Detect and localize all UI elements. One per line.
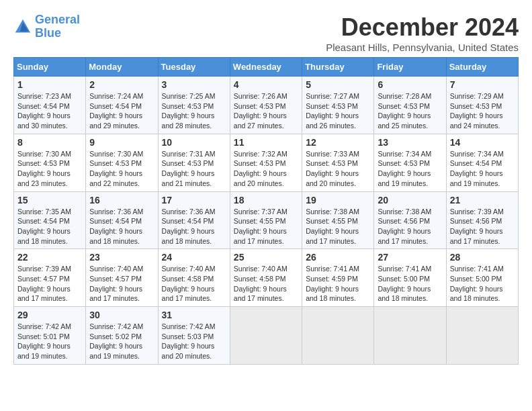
day-info: Sunrise: 7:39 AM Sunset: 4:57 PM Dayligh… bbox=[17, 264, 82, 304]
day-info: Sunrise: 7:35 AM Sunset: 4:54 PM Dayligh… bbox=[17, 207, 82, 246]
calendar-cell: 3Sunrise: 7:25 AM Sunset: 4:53 PM Daylig… bbox=[158, 77, 230, 134]
calendar-cell bbox=[302, 307, 374, 365]
calendar-cell: 23Sunrise: 7:40 AM Sunset: 4:57 PM Dayli… bbox=[86, 249, 158, 307]
day-info: Sunrise: 7:40 AM Sunset: 4:58 PM Dayligh… bbox=[234, 264, 298, 304]
calendar-cell: 26Sunrise: 7:41 AM Sunset: 4:59 PM Dayli… bbox=[302, 249, 374, 307]
day-info: Sunrise: 7:24 AM Sunset: 4:54 PM Dayligh… bbox=[89, 91, 154, 131]
day-number: 24 bbox=[162, 252, 226, 263]
calendar-cell: 20Sunrise: 7:38 AM Sunset: 4:56 PM Dayli… bbox=[374, 191, 446, 249]
day-info: Sunrise: 7:40 AM Sunset: 4:57 PM Dayligh… bbox=[89, 264, 154, 304]
day-number: 5 bbox=[306, 79, 370, 90]
logo-line2: Blue bbox=[35, 26, 61, 40]
day-number: 4 bbox=[234, 79, 298, 90]
calendar-cell: 24Sunrise: 7:40 AM Sunset: 4:58 PM Dayli… bbox=[158, 249, 230, 307]
day-info: Sunrise: 7:29 AM Sunset: 4:53 PM Dayligh… bbox=[450, 91, 515, 131]
col-saturday: Saturday bbox=[446, 58, 518, 77]
calendar-week-4: 22Sunrise: 7:39 AM Sunset: 4:57 PM Dayli… bbox=[14, 249, 519, 307]
day-info: Sunrise: 7:38 AM Sunset: 4:55 PM Dayligh… bbox=[306, 207, 370, 246]
calendar-week-5: 29Sunrise: 7:42 AM Sunset: 5:01 PM Dayli… bbox=[14, 307, 519, 365]
day-number: 31 bbox=[162, 310, 226, 320]
day-number: 12 bbox=[306, 137, 370, 148]
day-info: Sunrise: 7:40 AM Sunset: 4:58 PM Dayligh… bbox=[162, 264, 226, 304]
location-title: Pleasant Hills, Pennsylvania, United Sta… bbox=[326, 42, 519, 53]
day-info: Sunrise: 7:41 AM Sunset: 5:00 PM Dayligh… bbox=[450, 264, 515, 304]
day-info: Sunrise: 7:28 AM Sunset: 4:53 PM Dayligh… bbox=[378, 91, 442, 131]
header-row: Sunday Monday Tuesday Wednesday Thursday… bbox=[14, 58, 519, 77]
day-info: Sunrise: 7:32 AM Sunset: 4:53 PM Dayligh… bbox=[234, 149, 298, 189]
calendar-cell: 30Sunrise: 7:42 AM Sunset: 5:02 PM Dayli… bbox=[86, 307, 158, 365]
calendar-cell: 14Sunrise: 7:34 AM Sunset: 4:54 PM Dayli… bbox=[446, 134, 518, 191]
day-number: 23 bbox=[89, 252, 154, 263]
calendar-cell: 13Sunrise: 7:34 AM Sunset: 4:53 PM Dayli… bbox=[374, 134, 446, 191]
day-info: Sunrise: 7:41 AM Sunset: 4:59 PM Dayligh… bbox=[306, 264, 370, 304]
calendar-cell: 9Sunrise: 7:30 AM Sunset: 4:53 PM Daylig… bbox=[86, 134, 158, 191]
calendar-cell: 16Sunrise: 7:36 AM Sunset: 4:54 PM Dayli… bbox=[86, 191, 158, 249]
day-info: Sunrise: 7:26 AM Sunset: 4:53 PM Dayligh… bbox=[234, 91, 298, 131]
day-number: 17 bbox=[162, 195, 226, 205]
day-number: 28 bbox=[450, 252, 515, 263]
day-info: Sunrise: 7:42 AM Sunset: 5:03 PM Dayligh… bbox=[162, 322, 226, 361]
day-info: Sunrise: 7:27 AM Sunset: 4:53 PM Dayligh… bbox=[306, 91, 370, 131]
day-number: 26 bbox=[306, 252, 370, 263]
day-number: 30 bbox=[89, 310, 154, 320]
calendar-cell: 6Sunrise: 7:28 AM Sunset: 4:53 PM Daylig… bbox=[374, 77, 446, 134]
day-number: 6 bbox=[378, 79, 442, 90]
calendar-cell: 4Sunrise: 7:26 AM Sunset: 4:53 PM Daylig… bbox=[230, 77, 302, 134]
calendar-cell: 19Sunrise: 7:38 AM Sunset: 4:55 PM Dayli… bbox=[302, 191, 374, 249]
day-number: 20 bbox=[378, 195, 442, 205]
calendar-cell: 12Sunrise: 7:33 AM Sunset: 4:53 PM Dayli… bbox=[302, 134, 374, 191]
day-number: 1 bbox=[17, 79, 82, 90]
calendar-cell: 17Sunrise: 7:36 AM Sunset: 4:54 PM Dayli… bbox=[158, 191, 230, 249]
calendar-cell: 18Sunrise: 7:37 AM Sunset: 4:55 PM Dayli… bbox=[230, 191, 302, 249]
day-info: Sunrise: 7:33 AM Sunset: 4:53 PM Dayligh… bbox=[306, 149, 370, 189]
day-number: 16 bbox=[89, 195, 154, 205]
col-monday: Monday bbox=[86, 58, 158, 77]
title-block: December 2024 Pleasant Hills, Pennsylvan… bbox=[326, 13, 519, 53]
calendar-cell bbox=[446, 307, 518, 365]
day-info: Sunrise: 7:37 AM Sunset: 4:55 PM Dayligh… bbox=[234, 207, 298, 246]
calendar-cell: 8Sunrise: 7:30 AM Sunset: 4:53 PM Daylig… bbox=[14, 134, 86, 191]
day-number: 7 bbox=[450, 79, 515, 90]
logo-line1: General bbox=[35, 13, 80, 26]
calendar-table: Sunday Monday Tuesday Wednesday Thursday… bbox=[13, 57, 519, 365]
calendar-cell: 15Sunrise: 7:35 AM Sunset: 4:54 PM Dayli… bbox=[14, 191, 86, 249]
col-thursday: Thursday bbox=[302, 58, 374, 77]
header: General Blue December 2024 Pleasant Hill… bbox=[13, 13, 519, 53]
calendar-cell: 31Sunrise: 7:42 AM Sunset: 5:03 PM Dayli… bbox=[158, 307, 230, 365]
day-info: Sunrise: 7:36 AM Sunset: 4:54 PM Dayligh… bbox=[89, 207, 154, 246]
calendar-cell: 25Sunrise: 7:40 AM Sunset: 4:58 PM Dayli… bbox=[230, 249, 302, 307]
day-number: 18 bbox=[234, 195, 298, 205]
day-number: 8 bbox=[17, 137, 82, 148]
day-number: 13 bbox=[378, 137, 442, 148]
calendar-week-2: 8Sunrise: 7:30 AM Sunset: 4:53 PM Daylig… bbox=[14, 134, 519, 191]
day-info: Sunrise: 7:30 AM Sunset: 4:53 PM Dayligh… bbox=[89, 149, 154, 189]
calendar-cell: 2Sunrise: 7:24 AM Sunset: 4:54 PM Daylig… bbox=[86, 77, 158, 134]
day-number: 21 bbox=[450, 195, 515, 205]
day-info: Sunrise: 7:31 AM Sunset: 4:53 PM Dayligh… bbox=[162, 149, 226, 189]
day-info: Sunrise: 7:38 AM Sunset: 4:56 PM Dayligh… bbox=[378, 207, 442, 246]
col-tuesday: Tuesday bbox=[158, 58, 230, 77]
calendar-cell: 28Sunrise: 7:41 AM Sunset: 5:00 PM Dayli… bbox=[446, 249, 518, 307]
day-number: 15 bbox=[17, 195, 82, 205]
calendar-cell: 27Sunrise: 7:41 AM Sunset: 5:00 PM Dayli… bbox=[374, 249, 446, 307]
day-number: 3 bbox=[162, 79, 226, 90]
calendar-week-3: 15Sunrise: 7:35 AM Sunset: 4:54 PM Dayli… bbox=[14, 191, 519, 249]
col-sunday: Sunday bbox=[14, 58, 86, 77]
day-number: 19 bbox=[306, 195, 370, 205]
calendar-week-1: 1Sunrise: 7:23 AM Sunset: 4:54 PM Daylig… bbox=[14, 77, 519, 134]
calendar-cell: 5Sunrise: 7:27 AM Sunset: 4:53 PM Daylig… bbox=[302, 77, 374, 134]
day-info: Sunrise: 7:36 AM Sunset: 4:54 PM Dayligh… bbox=[162, 207, 226, 246]
calendar-cell: 10Sunrise: 7:31 AM Sunset: 4:53 PM Dayli… bbox=[158, 134, 230, 191]
day-number: 11 bbox=[234, 137, 298, 148]
day-number: 22 bbox=[17, 252, 82, 263]
day-info: Sunrise: 7:34 AM Sunset: 4:53 PM Dayligh… bbox=[378, 149, 442, 189]
day-number: 10 bbox=[162, 137, 226, 148]
day-number: 29 bbox=[17, 310, 82, 320]
calendar-cell: 21Sunrise: 7:39 AM Sunset: 4:56 PM Dayli… bbox=[446, 191, 518, 249]
day-number: 2 bbox=[89, 79, 154, 90]
logo-icon bbox=[13, 17, 32, 36]
calendar-cell: 1Sunrise: 7:23 AM Sunset: 4:54 PM Daylig… bbox=[14, 77, 86, 134]
calendar-cell: 11Sunrise: 7:32 AM Sunset: 4:53 PM Dayli… bbox=[230, 134, 302, 191]
logo-text: General Blue bbox=[35, 13, 80, 40]
day-number: 14 bbox=[450, 137, 515, 148]
